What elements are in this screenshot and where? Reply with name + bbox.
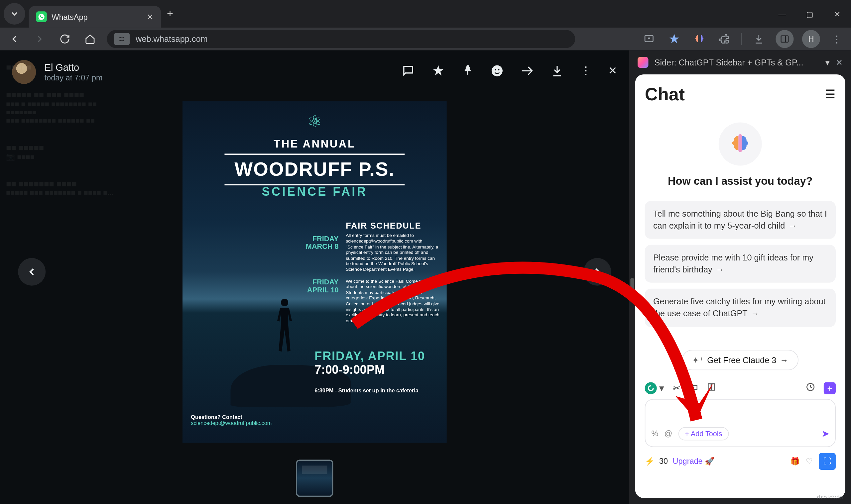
slash-command-icon[interactable]: %	[652, 429, 658, 438]
schedule-heading: FAIR SCHEDULE	[346, 221, 421, 231]
pin-icon[interactable]	[462, 64, 474, 80]
add-tools-button[interactable]: + Add Tools	[678, 427, 729, 440]
close-viewer-icon[interactable]: ✕	[608, 64, 617, 80]
home-button[interactable]	[82, 31, 99, 48]
sider-panel-title: Sider: ChatGPT Sidebar + GPTs & GP...	[655, 57, 820, 67]
poster-date-2: FRIDAYAPRIL 10	[307, 278, 339, 294]
reload-button[interactable]	[56, 31, 73, 48]
folder-add-icon[interactable]	[689, 382, 698, 394]
atom-icon: ⚛	[307, 112, 322, 131]
downloads-icon[interactable]	[750, 31, 767, 48]
poster-subtitle: SCIENCE FAIR	[182, 185, 447, 199]
watermark: droidwin	[817, 494, 844, 500]
suggestion-2[interactable]: Please provide me with 10 gift ideas for…	[645, 245, 836, 283]
poster-event-time: FRIDAY, APRIL 10 7:00-9:00PM	[315, 349, 425, 377]
upgrade-button[interactable]: Upgrade 🚀	[673, 456, 715, 466]
assist-prompt: How can I assist you today?	[645, 175, 836, 188]
svg-rect-5	[781, 36, 788, 42]
emoji-icon[interactable]	[491, 64, 504, 80]
send-icon[interactable]: ➤	[821, 428, 829, 439]
poster-setup-note: 6:30PM - Students set up in the cafeteri…	[315, 388, 419, 394]
chat-icon[interactable]	[402, 64, 415, 80]
chat-heading: Chat	[645, 84, 685, 104]
more-menu-icon[interactable]: ⋮	[580, 64, 591, 80]
browser-menu-icon[interactable]: ⋮	[828, 31, 845, 48]
maximize-button[interactable]: ▢	[796, 0, 824, 28]
expand-icon[interactable]: ⛶	[819, 453, 836, 470]
media-thumbnail[interactable]	[296, 460, 333, 497]
model-selector[interactable]: ▾	[645, 382, 664, 394]
url-text: web.whatsapp.com	[136, 34, 208, 44]
claude-cta-label: Get Free Claude 3	[707, 355, 776, 364]
poster-date-1: FRIDAYMARCH 8	[306, 235, 339, 251]
svg-point-7	[495, 69, 496, 70]
credits-count: 30	[659, 456, 668, 466]
download-icon[interactable]	[550, 64, 564, 80]
minimize-button[interactable]: —	[768, 0, 796, 28]
sider-close-icon[interactable]: ✕	[836, 57, 843, 67]
forward-icon[interactable]	[520, 64, 534, 80]
bolt-icon: ⚡	[645, 456, 655, 466]
close-window-button[interactable]: ✕	[824, 0, 851, 28]
site-settings-icon[interactable]	[114, 33, 130, 45]
sider-brain-icon	[638, 57, 649, 68]
scissors-icon[interactable]: ✂	[673, 382, 680, 394]
book-icon[interactable]	[707, 382, 716, 394]
sider-extension-icon[interactable]	[691, 31, 708, 48]
panel-resize-handle[interactable]	[630, 278, 634, 295]
arrow-icon: →	[788, 221, 797, 230]
suggestion-1[interactable]: Tell me something about the Big Bang so …	[645, 201, 836, 239]
chat-input[interactable]: % @ + Add Tools ➤	[645, 399, 836, 447]
star-icon[interactable]	[432, 64, 445, 80]
bookmark-star-icon[interactable]	[666, 31, 683, 48]
close-tab-icon[interactable]: ✕	[147, 12, 154, 22]
mention-icon[interactable]: @	[664, 429, 672, 438]
media-image: ⚛ THE ANNUAL WOODRUFF P.S. SCIENCE FAIR …	[182, 101, 447, 443]
whatsapp-favicon	[36, 11, 47, 22]
sparkle-icon: ✦⁺	[692, 355, 704, 364]
new-tab-button[interactable]: +	[167, 7, 173, 20]
install-app-icon[interactable]	[641, 31, 658, 48]
poster-contact: Questions? Contact sciencedept@woodruffp…	[191, 414, 271, 426]
new-chat-icon[interactable]: +	[824, 382, 836, 394]
poster-title: WOODRUFF P.S.	[182, 159, 447, 181]
sider-logo	[719, 122, 762, 165]
gift-icon[interactable]: 🎁	[790, 456, 800, 466]
url-bar[interactable]: web.whatsapp.com	[107, 30, 575, 48]
next-image-button[interactable]	[583, 258, 611, 286]
arrow-icon: →	[780, 355, 788, 364]
sider-dropdown-icon[interactable]: ▾	[826, 57, 830, 67]
prev-image-button[interactable]	[18, 258, 46, 286]
history-icon[interactable]	[806, 382, 815, 394]
claude-cta-button[interactable]: ✦⁺ Get Free Claude 3 →	[682, 349, 798, 370]
chat-menu-icon[interactable]: ☰	[825, 87, 836, 101]
arrow-icon: →	[716, 265, 724, 274]
profile-avatar[interactable]: H	[802, 30, 820, 48]
forward-button[interactable]	[31, 31, 48, 48]
arrow-icon: →	[751, 308, 759, 318]
openai-icon	[645, 382, 657, 394]
browser-tab[interactable]: WhatsApp ✕	[29, 6, 161, 28]
toolbar-divider	[741, 33, 742, 45]
svg-point-6	[492, 65, 503, 76]
heart-icon[interactable]: ♡	[806, 456, 813, 466]
poster-paragraph-2: Welcome to the Science Fair! Come learn …	[346, 278, 441, 323]
poster-person-silhouette	[270, 299, 300, 365]
tab-title: WhatsApp	[52, 12, 142, 21]
back-button[interactable]	[6, 31, 23, 48]
suggestion-3[interactable]: Generate five catchy titles for my writi…	[645, 289, 836, 327]
poster-paragraph-1: All entry forms must be emailed to scien…	[346, 233, 439, 272]
svg-point-8	[498, 69, 499, 70]
side-panel-icon[interactable]	[776, 30, 794, 48]
tab-search-dropdown[interactable]	[4, 3, 25, 24]
extensions-icon[interactable]	[716, 31, 733, 48]
poster-annual: THE ANNUAL	[182, 138, 447, 150]
